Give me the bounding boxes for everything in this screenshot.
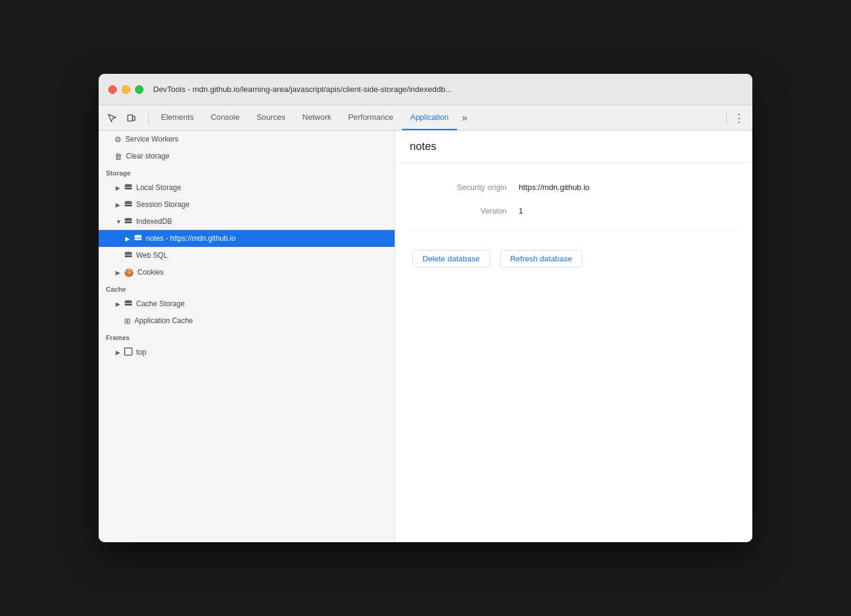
svg-rect-15 bbox=[125, 255, 132, 257]
refresh-database-button[interactable]: Refresh database bbox=[500, 250, 583, 267]
sidebar-item-web-sql[interactable]: Web SQL bbox=[99, 247, 395, 264]
svg-point-4 bbox=[125, 184, 132, 186]
frames-section-header: Frames bbox=[99, 329, 395, 344]
tab-list: Elements Console Sources Network Perform… bbox=[153, 105, 472, 130]
devtools-window: DevTools - mdn.github.io/learning-area/j… bbox=[99, 74, 752, 542]
content-body: Security origin https://mdn.github.io Ve… bbox=[395, 163, 752, 287]
sidebar-item-local-storage[interactable]: ▶ Local Storage bbox=[99, 179, 395, 196]
svg-point-7 bbox=[125, 201, 132, 203]
sidebar-item-session-storage[interactable]: ▶ Session Storage bbox=[99, 196, 395, 213]
collapsed-arrow: ▶ bbox=[116, 269, 124, 276]
cache-section-header: Cache bbox=[99, 281, 395, 295]
toolbar-icons bbox=[104, 110, 140, 126]
inspect-element-button[interactable] bbox=[104, 110, 120, 126]
web-sql-icon bbox=[124, 251, 133, 261]
gear-icon: ⚙ bbox=[114, 135, 122, 144]
version-value: 1 bbox=[519, 206, 523, 215]
maximize-button[interactable] bbox=[135, 85, 143, 94]
sidebar: ⚙ Service Workers 🗑 Clear storage Storag… bbox=[99, 131, 395, 542]
sidebar-item-notes-db[interactable]: ▶ notes - https://mdn.github.io bbox=[99, 230, 395, 247]
collapsed-arrow: ▶ bbox=[116, 202, 124, 208]
svg-rect-9 bbox=[125, 221, 132, 223]
svg-point-10 bbox=[125, 218, 132, 220]
version-label: Version bbox=[410, 206, 507, 215]
action-buttons: Delete database Refresh database bbox=[410, 250, 738, 267]
svg-rect-18 bbox=[125, 304, 132, 306]
sidebar-item-service-workers[interactable]: ⚙ Service Workers bbox=[99, 131, 395, 148]
svg-point-13 bbox=[134, 235, 142, 237]
toolbar: Elements Console Sources Network Perform… bbox=[99, 105, 752, 131]
tab-elements[interactable]: Elements bbox=[153, 105, 202, 130]
tab-application[interactable]: Application bbox=[402, 105, 458, 130]
svg-rect-20 bbox=[125, 348, 132, 355]
svg-point-16 bbox=[125, 252, 132, 254]
security-origin-value: https://mdn.github.io bbox=[519, 183, 590, 192]
indexeddb-icon bbox=[124, 217, 133, 227]
app-cache-icon: ⊞ bbox=[124, 316, 131, 326]
main-area: ⚙ Service Workers 🗑 Clear storage Storag… bbox=[99, 131, 752, 542]
collapsed-arrow: ▶ bbox=[116, 301, 124, 307]
database-title: notes bbox=[410, 140, 436, 152]
tab-console[interactable]: Console bbox=[202, 105, 248, 130]
traffic-lights bbox=[108, 85, 143, 94]
storage-section-header: Storage bbox=[99, 165, 395, 179]
sidebar-item-top-frame[interactable]: ▶ top bbox=[99, 344, 395, 361]
titlebar: DevTools - mdn.github.io/learning-area/j… bbox=[99, 74, 752, 105]
svg-rect-1 bbox=[133, 116, 135, 120]
svg-rect-12 bbox=[134, 238, 142, 240]
frame-icon bbox=[124, 347, 133, 358]
more-tabs-button[interactable]: » bbox=[457, 105, 472, 130]
collapsed-arrow: ▶ bbox=[116, 349, 124, 356]
device-mode-button[interactable] bbox=[123, 110, 140, 126]
cookies-icon: 🍪 bbox=[124, 268, 134, 277]
tab-sources[interactable]: Sources bbox=[248, 105, 294, 130]
cache-storage-icon bbox=[124, 299, 133, 309]
svg-point-19 bbox=[125, 300, 132, 303]
collapsed-arrow: ▶ bbox=[116, 185, 124, 191]
expanded-arrow: ▼ bbox=[116, 218, 124, 225]
sidebar-item-indexeddb[interactable]: ▼ IndexedDB bbox=[99, 213, 395, 230]
svg-rect-6 bbox=[125, 205, 132, 206]
svg-rect-3 bbox=[125, 188, 132, 189]
toolbar-right: ⋮ bbox=[723, 110, 748, 126]
collapsed-arrow-white: ▶ bbox=[125, 235, 134, 242]
sidebar-item-cookies[interactable]: ▶ 🍪 Cookies bbox=[99, 264, 395, 281]
toolbar-divider bbox=[148, 111, 149, 125]
minimize-button[interactable] bbox=[122, 85, 130, 94]
local-storage-icon bbox=[124, 183, 133, 193]
window-title: DevTools - mdn.github.io/learning-area/j… bbox=[153, 85, 452, 94]
content-header: notes bbox=[395, 131, 752, 163]
delete-database-button[interactable]: Delete database bbox=[412, 250, 490, 267]
sidebar-item-cache-storage[interactable]: ▶ Cache Storage bbox=[99, 295, 395, 312]
sidebar-item-app-cache[interactable]: ⊞ Application Cache bbox=[99, 312, 395, 329]
toolbar-right-divider bbox=[726, 111, 727, 125]
content-divider bbox=[410, 230, 738, 231]
security-origin-row: Security origin https://mdn.github.io bbox=[410, 183, 738, 192]
close-button[interactable] bbox=[108, 85, 117, 94]
sidebar-item-clear-storage[interactable]: 🗑 Clear storage bbox=[99, 148, 395, 165]
tab-performance[interactable]: Performance bbox=[340, 105, 401, 130]
svg-rect-0 bbox=[128, 115, 133, 121]
more-options-button[interactable]: ⋮ bbox=[731, 110, 748, 126]
version-row: Version 1 bbox=[410, 206, 738, 215]
notes-db-icon bbox=[134, 234, 142, 244]
session-storage-icon bbox=[124, 200, 133, 210]
content-panel: notes Security origin https://mdn.github… bbox=[395, 131, 752, 542]
trash-icon: 🗑 bbox=[114, 152, 122, 161]
security-origin-label: Security origin bbox=[410, 183, 507, 192]
tab-network[interactable]: Network bbox=[294, 105, 340, 130]
